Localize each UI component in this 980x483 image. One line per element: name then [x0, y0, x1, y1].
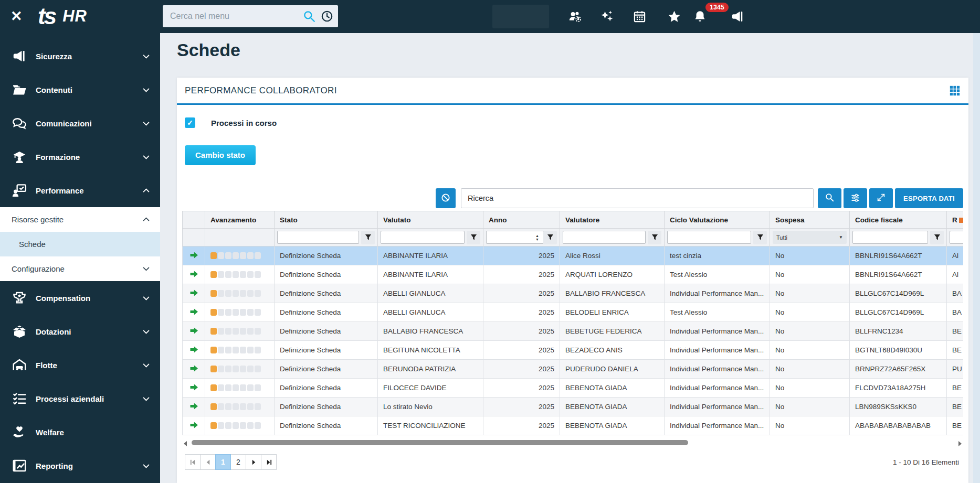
- column-header-ciclo-valutazione[interactable]: Ciclo Valutazione: [665, 211, 770, 229]
- open-row-arrow-icon[interactable]: [189, 291, 198, 298]
- progress-bar: [210, 271, 269, 278]
- open-row-arrow-icon[interactable]: [189, 366, 198, 374]
- table-row[interactable]: Definizione SchedaABELLI GIANLUCA2025BEL…: [183, 303, 964, 322]
- funnel-icon[interactable]: [930, 231, 944, 244]
- filter-ciclo-input[interactable]: [667, 231, 751, 244]
- table-row[interactable]: Definizione SchedaABELLI GIANLUCA2025BAL…: [183, 284, 964, 303]
- column-header-stato[interactable]: Stato: [275, 211, 378, 229]
- sparkles-icon[interactable]: [600, 9, 614, 24]
- table-row[interactable]: Definizione SchedaTEST RICONCILIAZIONE20…: [183, 416, 964, 435]
- funnel-icon[interactable]: [753, 231, 767, 244]
- column-header-anno[interactable]: Anno: [483, 211, 560, 229]
- scrollbar-thumb[interactable]: [192, 440, 688, 445]
- sidebar-item-processi-aziendali[interactable]: Processi aziendali: [0, 382, 160, 415]
- cell-codice-fiscale: BGTNLT68D49I030U: [850, 341, 947, 360]
- cell-ciclo-valutazione: Individual Performance Man...: [665, 416, 770, 435]
- grid-view-icon[interactable]: [949, 85, 961, 96]
- sidebar-item-sicurezza[interactable]: Sicurezza: [0, 39, 160, 73]
- table-row[interactable]: Definizione SchedaLo stirato Nevio2025BE…: [183, 398, 964, 416]
- table-search-button[interactable]: [818, 188, 841, 208]
- page-button-1[interactable]: 1: [215, 454, 231, 470]
- cambio-stato-button[interactable]: Cambio stato: [185, 145, 256, 165]
- filter-sospesa-select[interactable]: Tutti▼: [773, 231, 847, 244]
- table-row[interactable]: Definizione SchedaBALLABIO FRANCESCA2025…: [183, 322, 964, 341]
- favorites-star-icon[interactable]: [667, 9, 681, 24]
- sidebar-item-dotazioni[interactable]: Dotazioni: [0, 315, 160, 348]
- sidebar-item-reporting[interactable]: Reporting: [0, 449, 160, 482]
- open-row-cell: [183, 303, 205, 322]
- sidebar-item-formazione[interactable]: Formazione: [0, 140, 160, 174]
- next-page-button[interactable]: [246, 454, 261, 470]
- sidebar-item-contenuti[interactable]: Contenuti: [0, 73, 160, 106]
- sidebar-item-flotte[interactable]: Flotte: [0, 348, 160, 382]
- announcements-megaphone-icon[interactable]: [730, 9, 744, 24]
- funnel-icon[interactable]: [543, 231, 557, 244]
- search-icon: [825, 192, 835, 204]
- open-row-arrow-icon[interactable]: [189, 423, 198, 431]
- funnel-icon[interactable]: [467, 231, 480, 244]
- calendar-icon[interactable]: [633, 9, 647, 24]
- advanced-filters-button[interactable]: [844, 188, 867, 208]
- panel-title: PERFORMANCE COLLABORATORI: [185, 85, 337, 96]
- sidebar-item-welfare[interactable]: Welfare: [0, 415, 160, 449]
- cell-stato: Definizione Scheda: [275, 322, 378, 341]
- filter-valutato-input[interactable]: [381, 231, 465, 244]
- filter-valutatore-input[interactable]: [563, 231, 646, 244]
- page-button-2[interactable]: 2: [230, 454, 246, 470]
- app-logo: ts HR: [38, 4, 87, 28]
- submenu-item-risorse-gestite[interactable]: Risorse gestite: [0, 207, 160, 232]
- first-page-button[interactable]: [185, 454, 201, 470]
- esporta-dati-button[interactable]: ESPORTA DATI: [895, 188, 963, 208]
- sidebar-item-compensation[interactable]: Compensation: [0, 281, 160, 315]
- table-row[interactable]: Definizione SchedaABBINANTE ILARIA2025AR…: [183, 265, 964, 284]
- scroll-left-icon[interactable]: [182, 439, 188, 446]
- open-row-arrow-icon[interactable]: [189, 347, 198, 355]
- search-icon[interactable]: [302, 9, 316, 23]
- filter-stato-input[interactable]: [277, 231, 359, 244]
- open-row-arrow-icon[interactable]: [189, 385, 198, 393]
- history-clock-icon[interactable]: [320, 9, 334, 23]
- open-row-arrow-icon[interactable]: [189, 272, 198, 280]
- column-header-valutatore[interactable]: Valutatore: [560, 211, 665, 229]
- table-row[interactable]: Definizione SchedaBEGITUNA NICOLETTA2025…: [183, 341, 964, 360]
- prev-page-button[interactable]: [200, 454, 216, 470]
- cell-codice-fiscale: ABABABABABABABAB: [850, 416, 947, 435]
- megaphone-icon: [12, 48, 27, 64]
- expand-table-button[interactable]: [869, 188, 893, 208]
- users-admin-icon[interactable]: [568, 9, 582, 24]
- column-header-sospesa[interactable]: Sospesa: [770, 211, 850, 229]
- number-spinner[interactable]: ▲▼: [535, 234, 539, 241]
- table-row[interactable]: Definizione SchedaFILOCECE DAVIDE2025BEB…: [183, 379, 964, 398]
- filter-codice-fiscale-input[interactable]: [852, 231, 928, 244]
- submenu-item-schede[interactable]: Schede: [0, 232, 160, 256]
- progress-bar: [210, 384, 269, 391]
- sidebar-item-comunicazioni[interactable]: Comunicazioni: [0, 106, 160, 140]
- open-row-arrow-icon[interactable]: [189, 253, 198, 261]
- cell-anno: 2025: [483, 246, 560, 265]
- table-row[interactable]: Definizione SchedaABBINANTE ILARIA2025Al…: [183, 246, 964, 265]
- scrollbar-track[interactable]: [191, 439, 955, 446]
- submenu-item-configurazione[interactable]: Configurazione: [0, 256, 160, 281]
- processi-in-corso-checkbox[interactable]: ✓: [185, 117, 195, 128]
- table-row[interactable]: Definizione SchedaBERUNODA PATRIZIA2025P…: [183, 360, 964, 379]
- notifications-bell-icon[interactable]: [693, 9, 707, 24]
- sidebar-item-performance[interactable]: Performance: [0, 174, 160, 207]
- table-search-input[interactable]: [461, 188, 814, 208]
- column-header-codice-fiscale[interactable]: Codice fiscale: [850, 211, 947, 229]
- scroll-right-icon[interactable]: [957, 439, 963, 446]
- cell-valutatore: BELODELI ENRICA: [560, 303, 665, 322]
- funnel-icon[interactable]: [361, 231, 375, 244]
- menu-search-input[interactable]: [163, 12, 302, 21]
- close-menu-icon[interactable]: ✕: [10, 7, 23, 25]
- column-header-valutato[interactable]: Valutato: [378, 211, 483, 229]
- clear-filter-button[interactable]: [436, 188, 456, 208]
- open-row-arrow-icon[interactable]: [189, 309, 198, 317]
- open-row-arrow-icon[interactable]: [189, 404, 198, 412]
- column-header-clipped[interactable]: R: [947, 211, 964, 229]
- open-row-arrow-icon[interactable]: [189, 328, 198, 336]
- page-scroll-gutter[interactable]: [973, 33, 980, 483]
- funnel-icon[interactable]: [648, 231, 661, 244]
- filter-clipped-input[interactable]: [950, 231, 963, 244]
- column-header-avanzamento[interactable]: Avanzamento: [205, 211, 275, 229]
- last-page-button[interactable]: [261, 454, 277, 470]
